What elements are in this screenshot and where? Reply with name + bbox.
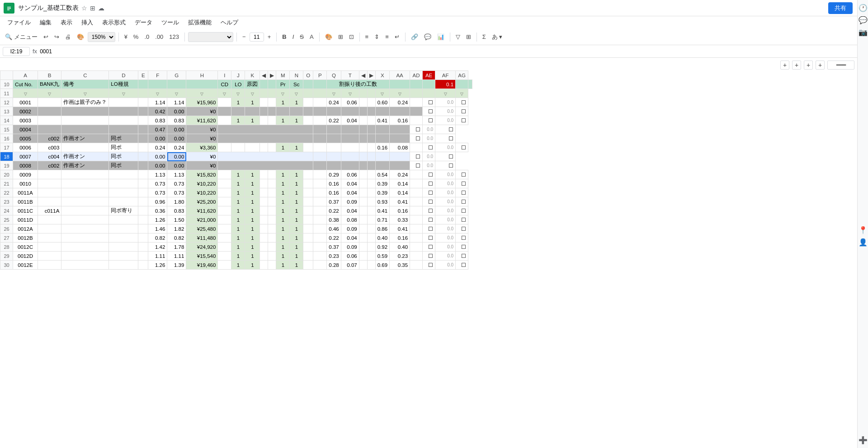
cell-17-a[interactable]: 0006 [13, 143, 38, 152]
cell-13-v[interactable] [367, 107, 375, 116]
cell-11-l[interactable] [260, 89, 268, 98]
cell-16-u[interactable] [341, 134, 359, 143]
cell-15-aa[interactable] [375, 125, 389, 134]
cell-20-h[interactable]: ¥15,820 [186, 170, 218, 179]
cell-22-d[interactable] [109, 188, 138, 197]
cell-26-u[interactable] [359, 224, 367, 233]
cell-24-j[interactable]: 1 [231, 206, 245, 215]
cell-27-b[interactable] [38, 233, 61, 243]
cell-23-c[interactable] [61, 197, 109, 206]
cell-27-d[interactable] [109, 233, 138, 243]
cell-13-g[interactable]: 0.00 [167, 107, 186, 116]
col-header-l[interactable]: ◀ [260, 71, 268, 80]
cell-13-q[interactable] [327, 107, 341, 116]
cell-22-q[interactable]: 0.16 [327, 188, 341, 197]
font-select[interactable] [188, 32, 233, 42]
cell-23-af[interactable]: 0.0 [435, 197, 456, 206]
cell-23-g[interactable]: 1.80 [167, 197, 186, 206]
cell-29-b[interactable] [38, 252, 61, 261]
font-size-minus[interactable]: − [240, 32, 248, 42]
cell-14-p[interactable] [313, 116, 327, 125]
cell-29-h[interactable]: ¥15,540 [186, 252, 218, 261]
cell-20-l[interactable] [260, 170, 268, 179]
cell-10-d[interactable]: LO種規 [109, 80, 138, 89]
cell-27-p[interactable] [313, 233, 327, 243]
col-header-f[interactable]: F [148, 71, 167, 80]
cell-15-c[interactable] [61, 125, 109, 134]
cell-20-i[interactable] [218, 170, 231, 179]
cell-17-l[interactable] [260, 143, 268, 152]
cell-10-l2[interactable] [268, 80, 276, 89]
cell-23-a[interactable]: 0011B [13, 197, 38, 206]
cell-26-a[interactable]: 0012A [13, 224, 38, 233]
cell-19-v[interactable] [359, 161, 367, 170]
cell-28-ad[interactable] [410, 243, 423, 252]
cell-24-ag[interactable]: ☐ [456, 206, 468, 215]
cell-13-h[interactable]: ¥0 [186, 107, 218, 116]
cell-25-f[interactable]: 1.26 [148, 215, 167, 224]
col-header-p[interactable]: P [313, 71, 327, 80]
cell-15-x[interactable] [367, 125, 375, 134]
cell-19-q[interactable] [313, 161, 327, 170]
cell-24-x[interactable]: 0.41 [375, 206, 389, 215]
cell-14-aa[interactable]: 0.16 [390, 116, 410, 125]
cell-19-a[interactable]: 0008 [13, 161, 38, 170]
cell-25-x[interactable]: 0.71 [375, 215, 389, 224]
cell-11-l2[interactable] [268, 89, 276, 98]
cell-11-t[interactable]: ▽ [341, 89, 359, 98]
cell-24-f[interactable]: 0.36 [148, 206, 167, 215]
cell-12-k[interactable]: 1 [245, 98, 260, 107]
cell-29-l[interactable] [260, 252, 268, 261]
cell-27-u[interactable] [359, 233, 367, 243]
cell-22-aa[interactable]: 0.14 [390, 188, 410, 197]
cell-25-u[interactable] [359, 215, 367, 224]
cell-18-a[interactable]: 0007 [13, 152, 38, 161]
cell-28-g[interactable]: 1.78 [167, 243, 186, 252]
cell-19-c[interactable]: 作画オン [61, 161, 109, 170]
cell-24-q[interactable]: 0.22 [327, 206, 341, 215]
cell-13-j[interactable] [231, 107, 245, 116]
cell-13-b[interactable] [38, 107, 61, 116]
cell-28-aa[interactable]: 0.40 [390, 243, 410, 252]
cell-27-n[interactable]: 1 [290, 233, 303, 243]
cell-29-o[interactable] [303, 252, 313, 261]
cell-24-p[interactable] [313, 206, 327, 215]
cell-20-x[interactable]: 0.54 [375, 170, 389, 179]
cell-11-g[interactable]: ▽ [167, 89, 186, 98]
cell-13-k[interactable] [245, 107, 260, 116]
cell-30-i[interactable] [218, 261, 231, 270]
cell-28-a[interactable]: 0012C [13, 243, 38, 252]
cell-11-d[interactable]: ▽ [109, 89, 138, 98]
cell-11-i[interactable]: ▽ [218, 89, 231, 98]
font-size-plus[interactable]: + [265, 32, 274, 42]
cell-10-ag[interactable] [468, 80, 472, 89]
star-icon[interactable]: ☆ [81, 5, 87, 12]
cell-24-n[interactable]: 1 [290, 206, 303, 215]
percent-btn[interactable]: % [131, 32, 141, 42]
cell-22-m[interactable]: 1 [276, 188, 290, 197]
cell-17-ae[interactable]: ☐ [423, 143, 435, 152]
cell-23-q[interactable]: 0.37 [327, 197, 341, 206]
cell-27-t[interactable]: 0.04 [341, 233, 359, 243]
cell-30-v[interactable] [367, 261, 375, 270]
col-header-ag[interactable]: AG [456, 71, 468, 80]
cell-25-h[interactable]: ¥21,000 [186, 215, 218, 224]
cell-17-b[interactable]: c003 [38, 143, 61, 152]
cell-10-p[interactable] [313, 80, 327, 89]
cell-25-l[interactable] [260, 215, 268, 224]
cell-22-n[interactable]: 1 [290, 188, 303, 197]
cell-14-k[interactable]: 1 [245, 116, 260, 125]
cell-20-q[interactable]: 0.29 [327, 170, 341, 179]
cell-17-ag[interactable]: ☐ [456, 143, 468, 152]
cell-26-c[interactable] [61, 224, 109, 233]
cell-22-f[interactable]: 0.73 [148, 188, 167, 197]
col-header-k[interactable]: K [245, 71, 260, 80]
cell-19-aa[interactable] [375, 161, 389, 170]
col-header-af[interactable]: AF [435, 71, 456, 80]
share-button[interactable]: 共有 [828, 2, 853, 14]
cell-25-o[interactable] [303, 215, 313, 224]
cell-18-e[interactable] [138, 152, 148, 161]
cell-14-f[interactable]: 0.83 [148, 116, 167, 125]
cell-29-a[interactable]: 0012D [13, 252, 38, 261]
cell-16-b[interactable]: c002 [38, 134, 61, 143]
